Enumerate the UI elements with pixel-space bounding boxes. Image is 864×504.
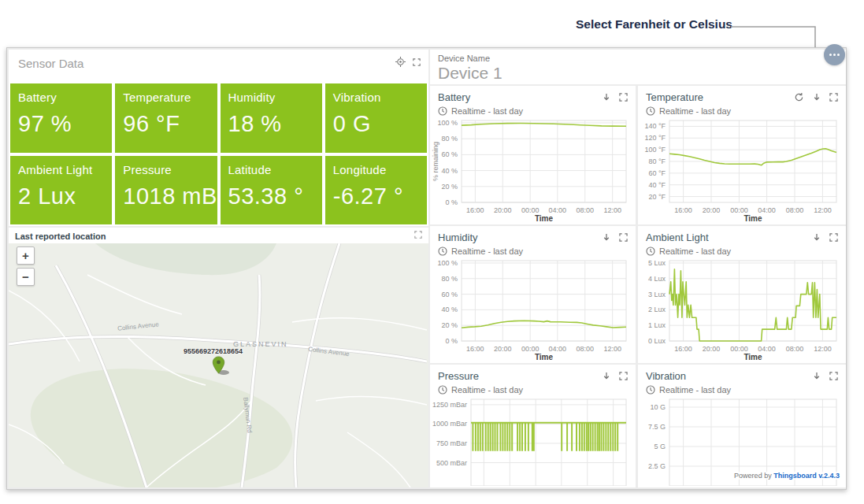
svg-text:60 %: 60 % (441, 291, 458, 298)
fullscreen-icon[interactable] (829, 233, 838, 242)
svg-text:1250 mBar: 1250 mBar (432, 401, 467, 409)
map-canvas[interactable]: GLASNEVIN Collins Avenue Collins Avenue … (9, 243, 428, 487)
svg-text:20:00: 20:00 (494, 206, 512, 214)
chart-plot-area[interactable]: 500 mBar750 mBar1000 mBar1250 mBar (432, 395, 634, 486)
card-value: 18 % (228, 111, 314, 137)
device-header-widget: Device Name Device 1 (430, 50, 846, 84)
card-label: Temperature (123, 91, 209, 104)
card-value: 0 G (333, 111, 419, 137)
chart-panel-battery: Battery Realtime - last day 16:0020:0000… (430, 86, 636, 224)
svg-text:20 °F: 20 °F (648, 193, 666, 201)
svg-text:16:00: 16:00 (674, 206, 692, 214)
fullscreen-icon[interactable] (829, 372, 838, 380)
svg-text:750 mBar: 750 mBar (436, 439, 467, 447)
svg-text:04:00: 04:00 (758, 345, 776, 353)
svg-text:00:00: 00:00 (730, 345, 748, 353)
svg-text:08:00: 08:00 (786, 206, 804, 214)
svg-text:04:00: 04:00 (549, 206, 567, 214)
svg-text:3 Lux: 3 Lux (648, 291, 666, 298)
chart-timewindow-label[interactable]: Realtime - last day (659, 246, 731, 256)
clock-icon (646, 385, 655, 395)
chart-timewindow-label[interactable]: Realtime - last day (451, 106, 523, 116)
fullscreen-icon[interactable] (619, 93, 628, 102)
svg-text:40 %: 40 % (441, 167, 458, 175)
download-icon[interactable] (602, 371, 611, 381)
svg-text:100 %: 100 % (437, 119, 458, 127)
svg-text:100 °F: 100 °F (644, 146, 666, 154)
sensor-card-temperature[interactable]: Temperature 96 °F (115, 83, 217, 153)
clock-icon (438, 385, 447, 395)
map-zoom-in-button[interactable]: + (17, 246, 35, 265)
svg-text:16:00: 16:00 (466, 206, 484, 214)
svg-text:0 Lux: 0 Lux (648, 337, 666, 345)
chart-plot-area[interactable]: 16:0020:0000:0004:0008:0012:0020 °F40 °F… (640, 116, 844, 223)
ellipsis-icon (829, 54, 840, 56)
svg-text:Time: Time (743, 214, 762, 223)
card-value: 53.38 ° (228, 183, 314, 209)
svg-text:80 %: 80 % (441, 275, 458, 283)
refresh-icon[interactable] (794, 92, 804, 102)
download-icon[interactable] (602, 232, 611, 243)
download-icon[interactable] (602, 92, 611, 102)
svg-text:20 %: 20 % (441, 183, 458, 191)
gps-target-icon[interactable] (395, 57, 406, 67)
sensor-card-ambient-light[interactable]: Ambient Light 2 Lux (10, 156, 112, 225)
chart-plot-area[interactable]: 16:0020:0000:0004:0008:0012:000 %20 %40 … (432, 116, 634, 223)
svg-text:12:00: 12:00 (814, 206, 832, 214)
fullscreen-icon[interactable] (619, 372, 628, 380)
fullscreen-icon[interactable] (414, 231, 422, 239)
svg-text:4 Lux: 4 Lux (648, 275, 666, 283)
svg-text:0 %: 0 % (445, 198, 458, 206)
svg-text:00:00: 00:00 (521, 206, 540, 214)
fullscreen-icon[interactable] (829, 93, 838, 102)
chart-title: Humidity (438, 232, 478, 243)
download-icon[interactable] (812, 232, 821, 243)
chart-plot-area[interactable]: 16:0020:0000:0004:0008:0012:000 %20 %40 … (432, 256, 634, 361)
card-label: Latitude (228, 163, 314, 176)
map-zoom-out-button[interactable]: − (17, 268, 35, 286)
svg-text:5 Lux: 5 Lux (648, 259, 666, 267)
svg-text:04:00: 04:00 (549, 345, 567, 353)
svg-text:140 °F: 140 °F (644, 122, 666, 130)
powered-by: Powered by Thingsboard v.2.4.3 (734, 472, 840, 480)
fullscreen-icon[interactable] (619, 233, 628, 242)
svg-text:08:00: 08:00 (786, 345, 804, 353)
chart-title: Temperature (646, 91, 703, 103)
chart-plot-area[interactable]: 16:0020:0000:0004:0008:0012:000 Lux1 Lux… (640, 256, 844, 361)
sensor-data-widget: Sensor Data Battery 97 % Temperature 96 … (9, 50, 428, 226)
svg-text:120 °F: 120 °F (644, 134, 666, 142)
chart-timewindow-label[interactable]: Realtime - last day (659, 385, 731, 395)
sensor-card-longitude[interactable]: Longitude -6.27 ° (325, 156, 427, 225)
chart-timewindow-label[interactable]: Realtime - last day (659, 106, 731, 116)
device-name-value[interactable]: Device 1 (438, 64, 838, 83)
card-label: Pressure (123, 163, 209, 176)
svg-text:40 %: 40 % (441, 306, 458, 313)
card-label: Ambient Light (18, 163, 104, 176)
chart-timewindow-label[interactable]: Realtime - last day (451, 246, 523, 256)
sensor-card-latitude[interactable]: Latitude 53.38 ° (221, 156, 322, 225)
download-icon[interactable] (812, 371, 821, 381)
svg-text:16:00: 16:00 (466, 345, 484, 353)
fullscreen-icon[interactable] (413, 58, 421, 66)
svg-text:60 %: 60 % (441, 150, 458, 158)
sensor-card-humidity[interactable]: Humidity 18 % (221, 83, 322, 153)
dashboard: Sensor Data Battery 97 % Temperature 96 … (6, 47, 847, 490)
svg-text:12:00: 12:00 (603, 206, 621, 214)
sensor-card-pressure[interactable]: Pressure 1018 mBar (115, 156, 217, 225)
download-icon[interactable] (812, 92, 821, 102)
svg-text:16:00: 16:00 (674, 345, 692, 353)
svg-text:20:00: 20:00 (703, 345, 721, 353)
dashboard-menu-button[interactable] (824, 44, 845, 65)
sensor-card-vibration[interactable]: Vibration 0 G (325, 83, 427, 153)
svg-text:80 °F: 80 °F (648, 158, 666, 165)
chart-title: Pressure (438, 370, 479, 382)
chart-timewindow-label[interactable]: Realtime - last day (451, 385, 523, 395)
thingsboard-version-link[interactable]: Thingsboard v.2.4.3 (773, 472, 840, 480)
svg-text:Time: Time (743, 353, 762, 361)
svg-text:20:00: 20:00 (703, 206, 721, 214)
card-label: Vibration (333, 91, 419, 104)
sensor-card-battery[interactable]: Battery 97 % (10, 83, 112, 153)
powered-by-text: Powered by (734, 472, 773, 480)
svg-text:20:00: 20:00 (494, 345, 512, 353)
map-pin-icon[interactable] (212, 356, 225, 374)
